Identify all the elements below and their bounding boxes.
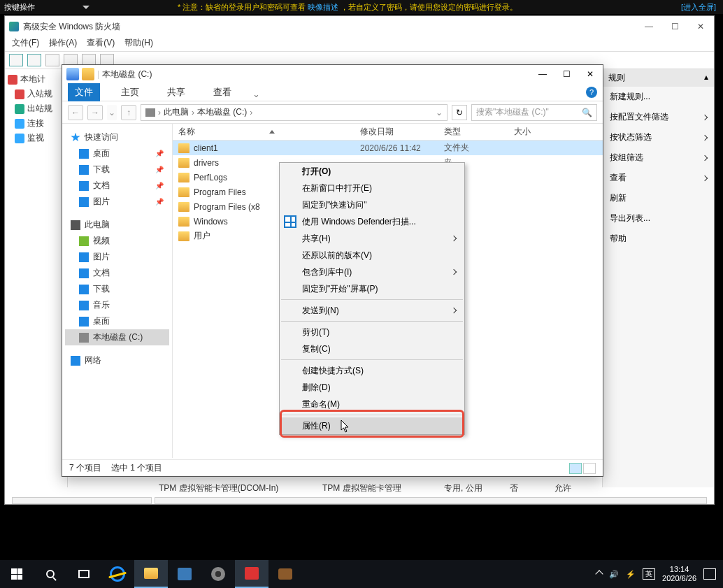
network-tray-icon[interactable]: ⚡ [626,570,636,579]
nav-drive-c[interactable]: 本地磁盘 (C:) [65,329,169,345]
nav-documents[interactable]: 文档📌 [65,178,169,194]
taskbar-services[interactable] [201,560,235,588]
view-large-button[interactable] [583,463,596,474]
task-view-button[interactable] [67,560,101,588]
nav-downloads[interactable]: 下载📌 [65,162,169,178]
ctx-delete[interactable]: 删除(D) [280,379,464,396]
action-filter-profile[interactable]: 按配置文件筛选 [603,107,714,127]
search-button[interactable] [34,560,67,588]
nav-videos[interactable]: 视频 [65,233,169,249]
help-icon[interactable]: ? [586,87,597,98]
tab-share[interactable]: 共享 [160,83,192,101]
rule-row[interactable]: TPM 虚拟智能卡管理(DCOM-In) TPM 虚拟智能卡管理 专用, 公用 … [159,480,707,496]
refresh-button[interactable]: ↻ [452,105,467,120]
notification-icon[interactable] [703,568,716,580]
action-filter-group[interactable]: 按组筛选 [603,148,714,168]
ctx-restore-versions[interactable]: 还原以前的版本(V) [280,247,464,264]
scrollbar[interactable] [12,497,152,504]
nav-quick-access[interactable]: 快速访问 [65,129,169,145]
col-size[interactable]: 大小 [508,126,564,138]
folder-icon[interactable] [82,68,94,80]
ctx-pin-quick-access[interactable]: 固定到"快速访问" [280,196,464,213]
tree-connections[interactable]: 连接 [8,116,64,131]
tab-home[interactable]: 主页 [114,83,146,101]
nav-downloads-2[interactable]: 下载 [65,281,169,297]
back-button[interactable] [9,54,23,66]
action-view[interactable]: 查看 [603,168,714,188]
ctx-properties[interactable]: 属性(R) [280,417,464,434]
ctx-share[interactable]: 共享(H) [280,230,464,247]
menu-action[interactable]: 操作(A) [49,37,77,51]
ctx-cut[interactable]: 剪切(T) [280,324,464,340]
taskbar-app[interactable] [269,560,302,588]
nav-up-button[interactable]: ↑ [121,105,136,120]
maximize-button[interactable]: ☐ [671,22,679,31]
start-button[interactable] [0,560,34,588]
action-filter-state[interactable]: 按状态筛选 [603,127,714,148]
minimize-button[interactable]: — [533,67,552,81]
tree-root[interactable]: 本地计 [8,72,64,87]
nav-desktop-2[interactable]: 桌面 [65,313,169,329]
image-desc-link[interactable]: 映像描述 [308,3,338,11]
ctx-create-shortcut[interactable]: 创建快捷方式(S) [280,362,464,379]
col-name[interactable]: 名称 [173,126,355,138]
search-input[interactable]: 搜索"本地磁盘 (C:)" 🔍 [471,104,597,121]
ctx-defender-scan[interactable]: 使用 Windows Defender扫描... [280,213,464,230]
taskbar-ie[interactable] [101,560,134,588]
breadcrumb-drive[interactable]: 本地磁盘 (C:) [197,106,247,118]
tree-monitor[interactable]: 监视 [8,131,64,145]
close-button[interactable]: ✕ [580,67,600,81]
ctx-open-new-window[interactable]: 在新窗口中打开(E) [280,180,464,196]
nav-desktop[interactable]: 桌面📌 [65,145,169,162]
action-help[interactable]: 帮助 [603,229,714,249]
tree-inbound[interactable]: 入站规 [8,87,64,101]
ctx-pin-start[interactable]: 固定到"开始"屏幕(P) [280,280,464,297]
close-button[interactable]: ✕ [697,22,704,31]
ime-indicator[interactable]: 英 [643,568,655,580]
forward-button[interactable] [27,54,41,66]
nav-this-pc[interactable]: 此电脑 [65,217,169,233]
menu-view[interactable]: 查看(V) [87,37,115,51]
taskbar-firewall[interactable] [235,560,269,588]
nav-forward-button[interactable]: → [87,105,103,120]
nav-pictures[interactable]: 图片📌 [65,194,169,210]
tab-view[interactable]: 查看 [206,83,238,101]
menu-file[interactable]: 文件(F) [12,37,39,51]
taskbar-server-manager[interactable] [168,560,201,588]
col-date[interactable]: 修改日期 [355,126,438,138]
nav-network[interactable]: 网络 [65,352,169,368]
nav-history-button[interactable]: ⌄ [107,105,117,120]
toolbar-button[interactable] [45,54,59,66]
maximize-button[interactable]: ☐ [557,67,576,81]
address-bar[interactable]: › 此电脑 › 本地磁盘 (C:) › ⌄ [141,104,448,121]
minimize-button[interactable]: — [645,22,653,31]
breadcrumb-pc[interactable]: 此电脑 [164,106,189,118]
search-icon[interactable]: 🔍 [582,108,592,117]
tree-outbound[interactable]: 出站规 [8,101,64,116]
nav-pictures-2[interactable]: 图片 [65,249,169,265]
address-dropdown-icon[interactable]: ⌄ [436,108,443,117]
ctx-rename[interactable]: 重命名(M) [280,396,464,413]
firewall-titlebar[interactable]: 高级安全 Windows 防火墙 — ☐ ✕ [5,16,714,37]
ctx-copy[interactable]: 复制(C) [280,340,464,357]
clock[interactable]: 13:14 2020/6/26 [662,565,696,583]
action-refresh[interactable]: 刷新 [603,188,714,208]
drive-icon[interactable] [66,68,79,80]
nav-documents-2[interactable]: 文档 [65,265,169,281]
menu-help[interactable]: 帮助(H) [124,37,153,51]
tab-file[interactable]: 文件 [68,83,100,101]
ctx-send-to[interactable]: 发送到(N) [280,302,464,319]
view-details-button[interactable] [569,463,582,474]
ctx-include-library[interactable]: 包含到库中(I) [280,264,464,280]
nav-back-button[interactable]: ← [68,105,83,120]
key-ops-button[interactable]: 按键操作 [4,2,35,13]
file-row[interactable]: client12020/6/26 11:42文件夹 [173,141,603,155]
action-new-rule[interactable]: 新建规则... [603,87,714,107]
fullscreen-button[interactable]: [进入全屏] [681,2,723,13]
col-type[interactable]: 类型 [438,126,508,138]
scrollbar[interactable] [155,497,707,504]
volume-icon[interactable]: 🔊 [609,570,619,579]
dropdown-arrow-icon[interactable] [83,6,90,9]
nav-music[interactable]: 音乐 [65,297,169,313]
action-export[interactable]: 导出列表... [603,208,714,229]
